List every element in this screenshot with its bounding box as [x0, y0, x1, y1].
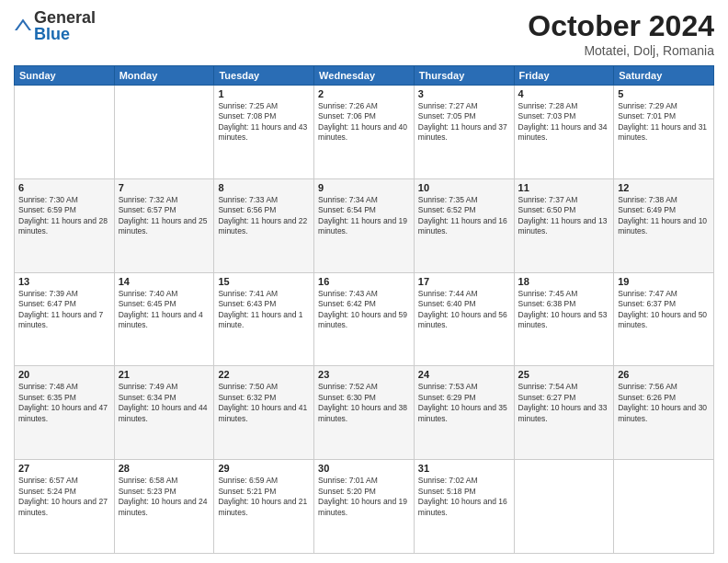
week-row: 27Sunrise: 6:57 AMSunset: 5:24 PMDayligh…: [15, 460, 714, 554]
day-number: 24: [418, 369, 510, 380]
day-cell: 29Sunrise: 6:59 AMSunset: 5:21 PMDayligh…: [214, 460, 314, 554]
day-info: Sunrise: 7:44 AMSunset: 6:40 PMDaylight:…: [418, 289, 510, 331]
day-cell: 14Sunrise: 7:40 AMSunset: 6:45 PMDayligh…: [114, 272, 214, 366]
day-number: 20: [18, 369, 110, 380]
weekday-header: Sunday: [15, 66, 115, 86]
day-cell: 13Sunrise: 7:39 AMSunset: 6:47 PMDayligh…: [15, 272, 115, 366]
day-number: 15: [218, 276, 310, 287]
day-info: Sunrise: 7:49 AMSunset: 6:34 PMDaylight:…: [119, 382, 210, 424]
day-number: 28: [119, 463, 210, 474]
day-cell: 25Sunrise: 7:54 AMSunset: 6:27 PMDayligh…: [514, 366, 614, 460]
day-number: 17: [418, 276, 510, 287]
day-cell: 30Sunrise: 7:01 AMSunset: 5:20 PMDayligh…: [314, 460, 415, 554]
week-row: 1Sunrise: 7:25 AMSunset: 7:08 PMDaylight…: [15, 86, 714, 179]
day-cell: 6Sunrise: 7:30 AMSunset: 6:59 PMDaylight…: [15, 178, 115, 272]
day-number: 25: [518, 369, 610, 380]
day-cell: [114, 86, 214, 179]
day-cell: 4Sunrise: 7:28 AMSunset: 7:03 PMDaylight…: [514, 86, 614, 179]
day-cell: 26Sunrise: 7:56 AMSunset: 6:26 PMDayligh…: [614, 366, 714, 460]
day-number: 4: [518, 88, 610, 99]
weekday-header: Monday: [114, 66, 214, 86]
day-info: Sunrise: 7:34 AMSunset: 6:54 PMDaylight:…: [318, 195, 410, 237]
day-number: 13: [18, 276, 110, 287]
weekday-header: Friday: [514, 66, 614, 86]
day-cell: 18Sunrise: 7:45 AMSunset: 6:38 PMDayligh…: [514, 272, 614, 366]
day-cell: 24Sunrise: 7:53 AMSunset: 6:29 PMDayligh…: [414, 366, 514, 460]
logo-icon: [14, 17, 32, 35]
header: General Blue October 2024 Motatei, Dolj,…: [14, 9, 714, 58]
day-info: Sunrise: 7:38 AMSunset: 6:49 PMDaylight:…: [618, 195, 710, 237]
week-row: 6Sunrise: 7:30 AMSunset: 6:59 PMDaylight…: [15, 178, 714, 272]
day-info: Sunrise: 7:29 AMSunset: 7:01 PMDaylight:…: [618, 101, 710, 144]
weekday-header: Tuesday: [214, 66, 314, 86]
day-cell: 7Sunrise: 7:32 AMSunset: 6:57 PMDaylight…: [114, 178, 214, 272]
day-number: 23: [318, 369, 410, 380]
title-block: October 2024 Motatei, Dolj, Romania: [528, 9, 714, 58]
day-info: Sunrise: 7:37 AMSunset: 6:50 PMDaylight:…: [518, 195, 610, 237]
week-row: 20Sunrise: 7:48 AMSunset: 6:35 PMDayligh…: [15, 366, 714, 460]
day-info: Sunrise: 6:59 AMSunset: 5:21 PMDaylight:…: [218, 476, 310, 518]
day-info: Sunrise: 7:45 AMSunset: 6:38 PMDaylight:…: [518, 289, 610, 331]
day-cell: 8Sunrise: 7:33 AMSunset: 6:56 PMDaylight…: [214, 178, 314, 272]
location: Motatei, Dolj, Romania: [528, 43, 714, 58]
day-info: Sunrise: 7:48 AMSunset: 6:35 PMDaylight:…: [18, 382, 110, 424]
weekday-header-row: SundayMondayTuesdayWednesdayThursdayFrid…: [15, 66, 714, 86]
day-info: Sunrise: 6:58 AMSunset: 5:23 PMDaylight:…: [119, 476, 210, 518]
day-info: Sunrise: 7:52 AMSunset: 6:30 PMDaylight:…: [318, 382, 410, 424]
day-info: Sunrise: 7:32 AMSunset: 6:57 PMDaylight:…: [119, 195, 210, 237]
calendar: SundayMondayTuesdayWednesdayThursdayFrid…: [14, 65, 714, 554]
day-cell: 31Sunrise: 7:02 AMSunset: 5:18 PMDayligh…: [414, 460, 514, 554]
day-number: 30: [318, 463, 410, 474]
day-number: 6: [18, 182, 110, 193]
day-info: Sunrise: 7:26 AMSunset: 7:06 PMDaylight:…: [318, 101, 410, 144]
page: General Blue October 2024 Motatei, Dolj,…: [0, 0, 728, 563]
day-info: Sunrise: 7:35 AMSunset: 6:52 PMDaylight:…: [418, 195, 510, 237]
logo-blue: Blue: [34, 26, 96, 42]
day-cell: 12Sunrise: 7:38 AMSunset: 6:49 PMDayligh…: [614, 178, 714, 272]
day-number: 12: [618, 182, 710, 193]
day-info: Sunrise: 7:50 AMSunset: 6:32 PMDaylight:…: [218, 382, 310, 424]
day-number: 19: [618, 276, 710, 287]
day-cell: 1Sunrise: 7:25 AMSunset: 7:08 PMDaylight…: [214, 86, 314, 179]
day-number: 1: [218, 88, 310, 99]
day-cell: 21Sunrise: 7:49 AMSunset: 6:34 PMDayligh…: [114, 366, 214, 460]
day-cell: 11Sunrise: 7:37 AMSunset: 6:50 PMDayligh…: [514, 178, 614, 272]
day-number: 26: [618, 369, 710, 380]
day-info: Sunrise: 7:41 AMSunset: 6:43 PMDaylight:…: [218, 289, 310, 331]
day-cell: 17Sunrise: 7:44 AMSunset: 6:40 PMDayligh…: [414, 272, 514, 366]
day-number: 9: [318, 182, 410, 193]
day-info: Sunrise: 7:02 AMSunset: 5:18 PMDaylight:…: [418, 476, 510, 518]
day-info: Sunrise: 7:25 AMSunset: 7:08 PMDaylight:…: [218, 101, 310, 144]
day-info: Sunrise: 7:39 AMSunset: 6:47 PMDaylight:…: [18, 289, 110, 331]
day-cell: 19Sunrise: 7:47 AMSunset: 6:37 PMDayligh…: [614, 272, 714, 366]
week-row: 13Sunrise: 7:39 AMSunset: 6:47 PMDayligh…: [15, 272, 714, 366]
day-number: 21: [119, 369, 210, 380]
weekday-header: Thursday: [414, 66, 514, 86]
day-number: 11: [518, 182, 610, 193]
day-cell: 22Sunrise: 7:50 AMSunset: 6:32 PMDayligh…: [214, 366, 314, 460]
day-number: 8: [218, 182, 310, 193]
day-cell: 10Sunrise: 7:35 AMSunset: 6:52 PMDayligh…: [414, 178, 514, 272]
day-number: 3: [418, 88, 510, 99]
weekday-header: Saturday: [614, 66, 714, 86]
month-title: October 2024: [528, 9, 714, 43]
day-number: 27: [18, 463, 110, 474]
day-info: Sunrise: 6:57 AMSunset: 5:24 PMDaylight:…: [18, 476, 110, 518]
day-cell: 9Sunrise: 7:34 AMSunset: 6:54 PMDaylight…: [314, 178, 415, 272]
day-info: Sunrise: 7:56 AMSunset: 6:26 PMDaylight:…: [618, 382, 710, 424]
day-cell: 16Sunrise: 7:43 AMSunset: 6:42 PMDayligh…: [314, 272, 415, 366]
day-cell: 23Sunrise: 7:52 AMSunset: 6:30 PMDayligh…: [314, 366, 415, 460]
day-cell: [15, 86, 115, 179]
day-cell: 2Sunrise: 7:26 AMSunset: 7:06 PMDaylight…: [314, 86, 415, 179]
day-info: Sunrise: 7:33 AMSunset: 6:56 PMDaylight:…: [218, 195, 310, 237]
day-cell: 28Sunrise: 6:58 AMSunset: 5:23 PMDayligh…: [114, 460, 214, 554]
day-number: 29: [218, 463, 310, 474]
day-info: Sunrise: 7:30 AMSunset: 6:59 PMDaylight:…: [18, 195, 110, 237]
day-cell: [514, 460, 614, 554]
day-number: 18: [518, 276, 610, 287]
day-info: Sunrise: 7:40 AMSunset: 6:45 PMDaylight:…: [119, 289, 210, 331]
weekday-header: Wednesday: [314, 66, 415, 86]
day-info: Sunrise: 7:47 AMSunset: 6:37 PMDaylight:…: [618, 289, 710, 331]
day-cell: 3Sunrise: 7:27 AMSunset: 7:05 PMDaylight…: [414, 86, 514, 179]
logo: General Blue: [14, 9, 96, 42]
